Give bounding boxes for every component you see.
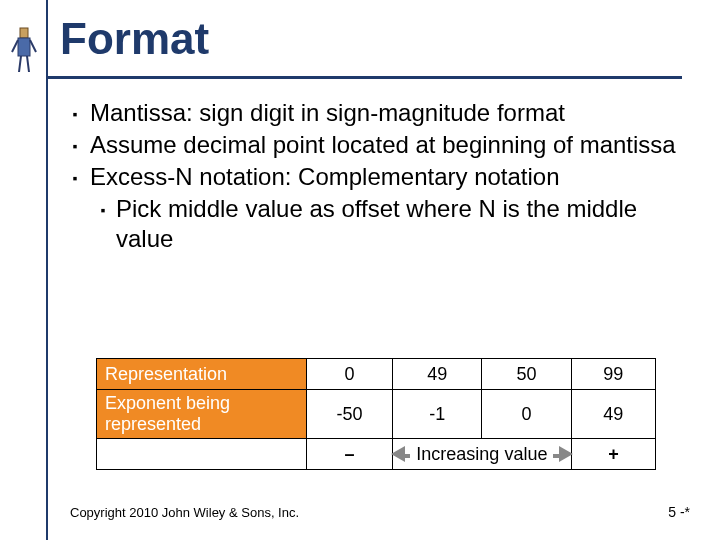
copyright-text: Copyright 2010 John Wiley & Sons, Inc. (70, 505, 299, 520)
plus-sign: + (571, 439, 655, 470)
svg-rect-0 (20, 28, 28, 38)
svg-line-4 (19, 56, 21, 72)
table-cell: 49 (392, 359, 481, 390)
table-cell: -50 (307, 390, 393, 439)
bullet-text: Mantissa: sign digit in sign-magnitude f… (90, 98, 680, 128)
sub-bullet-item: ▪ Pick middle value as offset where N is… (90, 194, 680, 254)
bullet-item: ▪ Excess-N notation: Complementary notat… (60, 162, 680, 192)
bullet-glyph-icon: ▪ (60, 162, 90, 192)
svg-line-3 (30, 40, 36, 52)
bullet-text: Assume decimal point located at beginnin… (90, 130, 680, 160)
arrow-right-icon (559, 446, 573, 462)
increasing-value-row: – Increasing value + (97, 439, 656, 470)
vertical-rule (46, 0, 48, 540)
bullet-item: ▪ Assume decimal point located at beginn… (60, 130, 680, 160)
bullet-glyph-icon: ▪ (90, 194, 116, 254)
horizontal-rule (46, 76, 682, 79)
table-cell: 49 (571, 390, 655, 439)
table-cell: 99 (571, 359, 655, 390)
bullet-glyph-icon: ▪ (60, 130, 90, 160)
table-row: Representation 0 49 50 99 (97, 359, 656, 390)
content-area: ▪ Mantissa: sign digit in sign-magnitude… (60, 98, 680, 254)
slide-number: 5 -* (668, 504, 690, 520)
svg-rect-1 (18, 38, 30, 56)
arrow-left-icon (391, 446, 405, 462)
minus-sign: – (307, 439, 393, 470)
table-cell: 50 (482, 359, 571, 390)
table-row: Exponent being represented -50 -1 0 49 (97, 390, 656, 439)
table-cell: 0 (307, 359, 393, 390)
row-label: Representation (97, 359, 307, 390)
svg-line-5 (27, 56, 29, 72)
increasing-value-label: Increasing value (410, 444, 553, 465)
slide-mascot-icon (10, 26, 38, 76)
excess-n-table: Representation 0 49 50 99 Exponent being… (96, 358, 656, 470)
slide-title: Format (60, 14, 209, 64)
svg-line-2 (12, 40, 18, 52)
bullet-glyph-icon: ▪ (60, 98, 90, 128)
sub-bullet-text: Pick middle value as offset where N is t… (116, 194, 680, 254)
bullet-item: ▪ Mantissa: sign digit in sign-magnitude… (60, 98, 680, 128)
table-cell: 0 (482, 390, 571, 439)
bullet-text: Excess-N notation: Complementary notatio… (90, 162, 680, 192)
row-label: Exponent being represented (97, 390, 307, 439)
table-cell: -1 (392, 390, 481, 439)
